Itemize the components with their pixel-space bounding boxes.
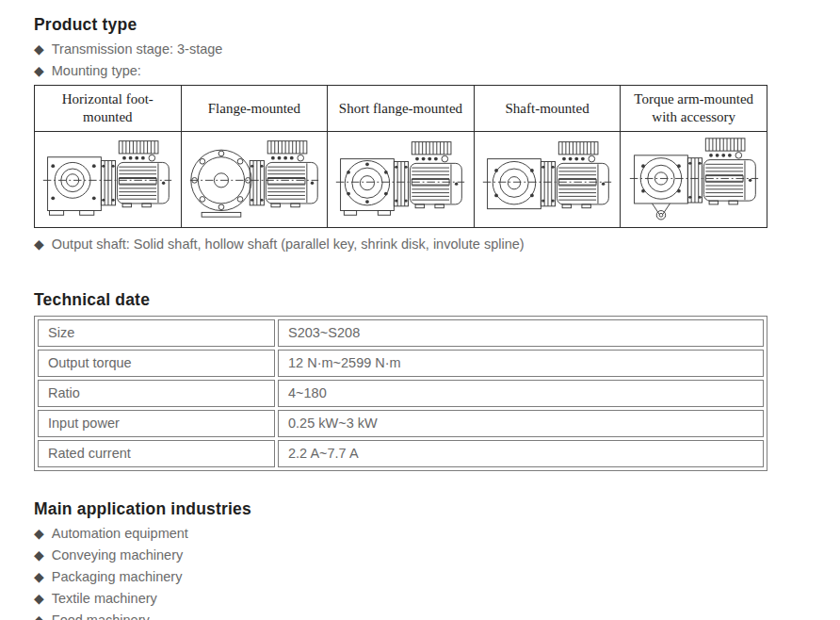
- technical-date-heading: Technical date: [34, 290, 767, 310]
- industry-item: ◆ Food machinery: [34, 612, 767, 620]
- output-shaft-text: Output shaft: Solid shaft, hollow shaft …: [52, 237, 525, 252]
- mounting-type-text: Mounting type:: [52, 63, 141, 78]
- diamond-bullet-icon: ◆: [34, 64, 44, 77]
- tech-row-value: 4~180: [278, 380, 764, 407]
- mounting-col-header: Flange-mounted: [181, 86, 328, 132]
- tech-row-value: 0.25 kW~3 kW: [278, 410, 764, 437]
- transmission-stage-line: ◆ Transmission stage: 3-stage: [34, 41, 767, 57]
- transmission-stage-text: Transmission stage: 3-stage: [52, 41, 223, 57]
- technical-data-table: Size S203~S208 Output torque 12 N·m~2599…: [34, 316, 767, 471]
- table-row: Input power 0.25 kW~3 kW: [38, 410, 764, 437]
- industry-item: ◆ Textile machinery: [34, 591, 767, 606]
- gearmotor-shaft-mounted-drawing: [480, 132, 614, 223]
- mounting-cell: [621, 132, 767, 228]
- industry-item-label: Packaging machinery: [52, 569, 183, 584]
- gearmotor-torque-arm-mounted-drawing: [627, 132, 761, 223]
- table-row: Ratio 4~180: [38, 380, 764, 407]
- table-row: Size S203~S208: [38, 319, 764, 347]
- mounting-drawing-row: [35, 132, 767, 228]
- industry-item: ◆ Conveying machinery: [34, 547, 767, 563]
- mounting-type-line: ◆ Mounting type:: [34, 63, 767, 78]
- industry-item: ◆ Automation equipment: [34, 526, 767, 541]
- table-row: Output torque 12 N·m~2599 N·m: [38, 350, 764, 377]
- tech-row-label: Input power: [38, 410, 275, 437]
- mounting-cell: [474, 132, 621, 228]
- tech-row-label: Output torque: [38, 350, 275, 377]
- tech-row-value: 12 N·m~2599 N·m: [278, 350, 764, 377]
- diamond-bullet-icon: ◆: [34, 548, 44, 562]
- tech-row-value: 2.2 A~7.7 A: [278, 440, 764, 467]
- mounting-cell: [181, 132, 328, 228]
- output-shaft-line: ◆ Output shaft: Solid shaft, hollow shaf…: [34, 237, 767, 252]
- product-type-heading: Product type: [34, 15, 767, 35]
- mounting-col-header: Shaft-mounted: [474, 86, 621, 132]
- diamond-bullet-icon: ◆: [34, 527, 44, 540]
- industry-item-label: Conveying machinery: [52, 547, 183, 563]
- main-application-industries-heading: Main application industries: [34, 499, 767, 519]
- gearmotor-horizontal-foot-mounted-drawing: [40, 132, 174, 223]
- industry-item: ◆ Packaging machinery: [34, 569, 767, 584]
- table-row: Rated current 2.2 A~7.7 A: [38, 440, 764, 467]
- mounting-col-header: Horizontal foot-mounted: [35, 86, 182, 132]
- tech-row-label: Ratio: [38, 380, 275, 407]
- diamond-bullet-icon: ◆: [34, 592, 44, 605]
- diamond-bullet-icon: ◆: [34, 237, 44, 251]
- gearmotor-flange-mounted-drawing: [187, 132, 321, 223]
- mounting-cell: [35, 132, 182, 228]
- mounting-type-table: Horizontal foot-mounted Flange-mounted S…: [34, 85, 767, 228]
- diamond-bullet-icon: ◆: [34, 613, 44, 620]
- tech-row-label: Rated current: [38, 440, 275, 467]
- diamond-bullet-icon: ◆: [34, 42, 44, 56]
- mounting-header-row: Horizontal foot-mounted Flange-mounted S…: [35, 86, 767, 132]
- mounting-col-header: Torque arm-mounted with accessory: [621, 86, 767, 132]
- industry-item-label: Automation equipment: [52, 526, 188, 541]
- industry-item-label: Textile machinery: [52, 591, 157, 606]
- diamond-bullet-icon: ◆: [34, 570, 44, 583]
- mounting-cell: [328, 132, 475, 228]
- product-spec-page: Product type ◆ Transmission stage: 3-sta…: [0, 0, 840, 620]
- mounting-col-header: Short flange-mounted: [328, 86, 475, 132]
- industry-item-label: Food machinery: [52, 612, 150, 620]
- tech-row-label: Size: [38, 319, 275, 347]
- tech-row-value: S203~S208: [278, 319, 764, 347]
- gearmotor-short-flange-mounted-drawing: [333, 132, 467, 223]
- page-content: Product type ◆ Transmission stage: 3-sta…: [34, 15, 767, 620]
